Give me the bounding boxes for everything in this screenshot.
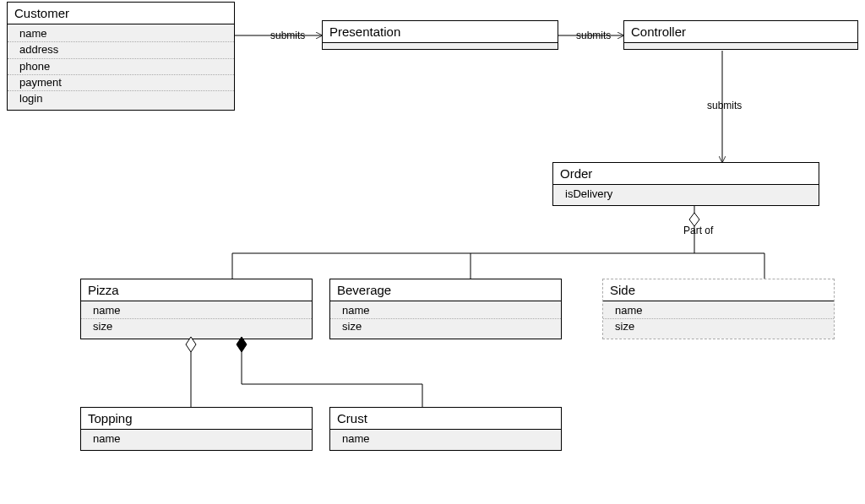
class-side: Side name size: [602, 279, 835, 339]
attr: size: [330, 319, 561, 334]
class-title: Controller: [624, 21, 857, 42]
class-title: Topping: [81, 408, 312, 429]
class-attrs: name address phone payment login: [8, 24, 234, 110]
attr: isDelivery: [553, 187, 819, 202]
attr: payment: [8, 75, 234, 91]
class-title: Customer: [8, 3, 234, 24]
attr: phone: [8, 59, 234, 75]
class-attrs: name size: [330, 301, 561, 339]
attr: name: [8, 26, 234, 42]
class-title: Pizza: [81, 279, 312, 301]
class-order: Order isDelivery: [552, 162, 819, 206]
edge-label-partof: Part of: [682, 225, 715, 236]
attr: name: [81, 303, 312, 319]
attr: name: [330, 431, 561, 447]
attr: name: [603, 303, 834, 319]
attr: address: [8, 42, 234, 58]
attr: name: [330, 303, 561, 319]
class-attrs: name: [81, 429, 312, 450]
aggregation-diamond-order: [689, 205, 699, 226]
attr: login: [8, 91, 234, 106]
svg-marker-9: [237, 337, 247, 352]
class-presentation: Presentation: [322, 20, 558, 50]
class-title: Side: [603, 279, 834, 301]
class-customer: Customer name address phone payment logi…: [7, 2, 235, 111]
svg-marker-7: [186, 337, 196, 352]
class-attrs: isDelivery: [553, 184, 819, 205]
class-title: Beverage: [330, 279, 561, 301]
class-title: Crust: [330, 408, 561, 429]
class-attrs: [624, 42, 857, 49]
attr: name: [81, 431, 312, 447]
class-pizza: Pizza name size: [80, 279, 313, 339]
attr: size: [603, 319, 834, 334]
attr: size: [81, 319, 312, 334]
class-beverage: Beverage name size: [329, 279, 562, 339]
composition-diamond-pizza: [237, 337, 247, 352]
edge-label-submits-1: submits: [269, 30, 307, 41]
class-attrs: name size: [603, 301, 834, 339]
edge-label-submits-2: submits: [574, 30, 612, 41]
class-title: Presentation: [323, 21, 558, 42]
class-attrs: [323, 42, 558, 49]
class-topping: Topping name: [80, 407, 313, 451]
class-attrs: name: [330, 429, 561, 450]
class-attrs: name size: [81, 301, 312, 339]
class-controller: Controller: [623, 20, 858, 50]
edge-label-submits-3: submits: [705, 100, 743, 111]
aggregation-diamond-pizza: [186, 337, 196, 352]
class-crust: Crust name: [329, 407, 562, 451]
edge-pizza-crust: [242, 352, 422, 407]
class-title: Order: [553, 163, 819, 184]
